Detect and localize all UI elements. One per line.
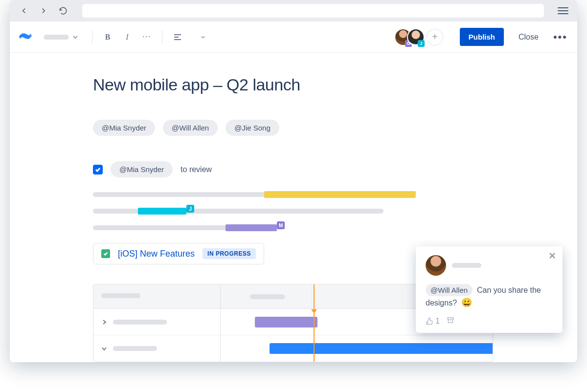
mention-pill[interactable]: @Will Allen xyxy=(426,284,473,296)
placeholder-bar xyxy=(93,209,384,214)
task-checkbox[interactable] xyxy=(93,165,103,174)
resolve-button[interactable] xyxy=(447,316,454,326)
more-formatting-button[interactable]: ··· xyxy=(140,31,153,44)
author-placeholder xyxy=(452,263,481,268)
user-chip-m: M xyxy=(277,221,285,229)
chevron-down-icon[interactable] xyxy=(201,35,205,40)
mention-pill[interactable]: @Mia Snyder xyxy=(93,120,155,136)
page-layout-select[interactable] xyxy=(39,31,83,43)
mention-pill[interactable]: @Mia Snyder xyxy=(111,161,173,177)
presence-avatars: G J + xyxy=(394,28,443,46)
inline-comment-panel: @Will Allen Can you share the designs? 😀… xyxy=(416,246,563,333)
mention-pill[interactable]: @Jie Song xyxy=(226,120,279,136)
bold-button[interactable]: B xyxy=(101,31,114,44)
highlight-yellow xyxy=(264,191,416,198)
comment-body: @Will Allen Can you share the designs? 😀 xyxy=(426,284,553,309)
mention-pill[interactable]: @Will Allen xyxy=(163,120,218,136)
browser-url-bar[interactable] xyxy=(82,4,544,18)
publish-button[interactable]: Publish xyxy=(460,28,504,46)
chevron-right-icon[interactable] xyxy=(101,319,107,325)
like-button[interactable]: 1 xyxy=(426,317,440,326)
highlight-cyan xyxy=(138,208,186,215)
browser-refresh-button[interactable] xyxy=(58,5,68,16)
epic-bar[interactable] xyxy=(270,343,493,354)
today-line xyxy=(314,284,315,362)
italic-button[interactable]: I xyxy=(121,31,134,44)
svg-marker-3 xyxy=(311,309,317,313)
close-button[interactable]: Close xyxy=(519,33,539,42)
highlight-purple xyxy=(226,224,277,231)
add-collaborator-button[interactable]: + xyxy=(427,29,443,45)
avatar-badge: J xyxy=(418,40,425,47)
browser-chrome xyxy=(10,0,577,22)
emoji-icon: 😀 xyxy=(461,298,472,307)
today-marker-icon xyxy=(311,308,317,314)
app-toolbar: B I ··· G J + Publish Close ••• xyxy=(10,22,577,53)
like-count: 1 xyxy=(435,317,440,326)
avatar xyxy=(426,255,446,276)
jira-link-card[interactable]: [iOS] New Features IN PROGRESS xyxy=(93,243,264,264)
avatar[interactable]: J xyxy=(407,28,425,46)
page-title[interactable]: New mobile app – Q2 launch xyxy=(93,75,577,94)
mentions-row: @Mia Snyder @Will Allen @Jie Song xyxy=(93,120,577,136)
epic-bar[interactable] xyxy=(255,317,317,327)
story-icon xyxy=(101,249,110,258)
align-button[interactable] xyxy=(171,31,184,44)
user-chip-j: J xyxy=(186,205,194,213)
close-icon[interactable] xyxy=(549,252,556,261)
chevron-down-icon[interactable] xyxy=(101,346,107,351)
browser-menu-button[interactable] xyxy=(558,7,568,14)
browser-back-button[interactable] xyxy=(19,5,29,16)
roadmap-row[interactable] xyxy=(93,335,493,362)
task-text[interactable]: to review xyxy=(181,165,212,174)
browser-forward-button[interactable] xyxy=(38,5,49,16)
task-row: @Mia Snyder to review xyxy=(93,161,577,177)
page-body: New mobile app – Q2 launch @Mia Snyder @… xyxy=(10,53,577,362)
svg-rect-6 xyxy=(448,318,453,319)
highlight-bars: J M xyxy=(93,191,416,231)
confluence-logo-icon xyxy=(19,29,32,45)
status-lozenge: IN PROGRESS xyxy=(203,248,256,259)
link-card-title: [iOS] New Features xyxy=(118,249,195,259)
more-actions-button[interactable]: ••• xyxy=(553,31,567,44)
